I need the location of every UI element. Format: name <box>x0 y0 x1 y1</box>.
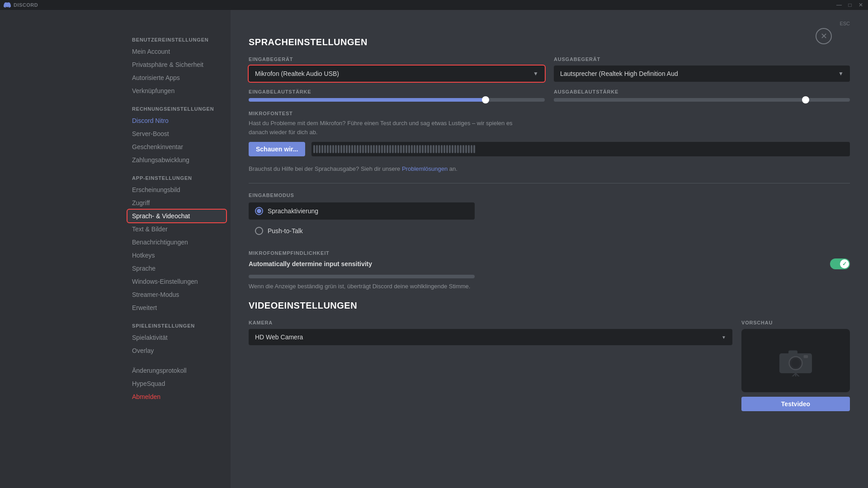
eingabegeraet-col: EINGABEGERÄT Mikrofon (Realtek Audio USB… <box>249 56 545 82</box>
divider <box>249 183 850 183</box>
mic-bar <box>416 145 418 153</box>
mic-bar <box>430 145 432 153</box>
sidebar-item-overlay[interactable]: Overlay <box>127 344 226 357</box>
sidebar-item-mein-account[interactable]: Mein Account <box>127 45 226 58</box>
mic-bar <box>392 145 394 153</box>
mic-bar <box>425 145 426 153</box>
sidebar-item-geschenkinventar[interactable]: Geschenkinventar <box>127 141 226 153</box>
eingabegeraet-label: EINGABEGERÄT <box>249 56 545 62</box>
svg-rect-3 <box>788 351 797 355</box>
mic-bar <box>454 145 456 153</box>
mic-bar <box>433 145 434 153</box>
app-title: DISCORD <box>14 2 38 8</box>
eingabegeraet-value: Mikrofon (Realtek Audio USB) <box>255 70 339 77</box>
sidebar-item-privatsphaere[interactable]: Privatsphäre & Sicherheit <box>127 58 226 71</box>
sidebar-item-discord-nitro[interactable]: Discord Nitro <box>127 114 226 127</box>
mic-bar <box>457 145 459 153</box>
minimize-button[interactable]: — <box>835 1 843 9</box>
mic-bar <box>370 145 372 153</box>
sidebar-item-hypesquad[interactable]: HypeSquad <box>127 377 226 390</box>
sidebar-item-zahlungsabwicklung[interactable]: Zahlungsabwicklung <box>127 154 226 166</box>
sidebar: BENUTZEREINSTELLUNGEN Mein Account Priva… <box>0 10 231 488</box>
mic-bar <box>462 145 464 153</box>
sidebar-inner: BENUTZEREINSTELLUNGEN Mein Account Priva… <box>127 37 226 404</box>
ausgabegeraet-select[interactable]: Lautsprecher (Realtek High Definition Au… <box>554 66 850 82</box>
maximize-button[interactable]: □ <box>846 1 854 9</box>
volume-row: EINGABELAUTSTÄRKE AUSGABELAUTSTÄRKE <box>249 89 850 102</box>
videoeinstellungen-title: VIDEOEINSTELLUNGEN <box>249 300 850 311</box>
close-button[interactable]: ✕ <box>816 28 832 44</box>
sidebar-item-zugriff[interactable]: Zugriff <box>127 197 226 209</box>
eingabegeraet-chevron-icon: ▼ <box>533 70 538 77</box>
mikrofonempfindlichkeit-section: MIKROFONEMPFINDLICHKEIT Automatically de… <box>249 250 850 290</box>
mikrofontest-row: Schauen wir... <box>249 142 850 156</box>
mic-bar <box>327 145 329 153</box>
mic-bar <box>313 145 315 153</box>
mikrofontest-description: Hast du Probleme mit dem Mikrofon? Führe… <box>249 119 520 136</box>
sensitivity-note: Wenn die Anzeige beständig grün ist, übe… <box>249 283 850 290</box>
mic-bar <box>362 145 364 153</box>
sidebar-item-sprach-videochat[interactable]: Sprach- & Videochat <box>127 210 226 222</box>
sidebar-item-aenderungsprotokoll[interactable]: Änderungsprotokoll <box>127 364 226 377</box>
mic-bar <box>408 145 410 153</box>
sidebar-item-windows-einstellungen[interactable]: Windows-Einstellungen <box>127 275 226 288</box>
mic-bar <box>419 145 421 153</box>
device-row: EINGABEGERÄT Mikrofon (Realtek Audio USB… <box>249 56 850 82</box>
sidebar-item-server-boost[interactable]: Server-Boost <box>127 127 226 140</box>
mic-bar <box>332 145 334 153</box>
sidebar-item-benachrichtigungen[interactable]: Benachrichtigungen <box>127 236 226 249</box>
svg-line-5 <box>788 373 796 376</box>
sidebar-item-text-bilder[interactable]: Text & Bilder <box>127 223 226 235</box>
mic-bar <box>338 145 340 153</box>
vorschau-col: VORSCHAU <box>741 320 850 411</box>
sidebar-item-sprache[interactable]: Sprache <box>127 262 226 275</box>
sidebar-item-spielaktivitaet[interactable]: Spielaktivität <box>127 331 226 344</box>
svg-point-2 <box>791 359 800 367</box>
sidebar-item-abmelden[interactable]: Abmelden <box>127 390 226 403</box>
video-row: KAMERA HD Web Camera VORSCHAU <box>249 320 850 411</box>
mic-bar <box>384 145 386 153</box>
ausgabelautstaerke-track[interactable] <box>554 98 850 102</box>
sidebar-item-streamer-modus[interactable]: Streamer-Modus <box>127 288 226 301</box>
sensitivity-toggle[interactable]: ✓ <box>830 258 850 269</box>
ausgabelautstaerke-fill <box>554 98 806 102</box>
radio-push-to-talk[interactable]: Push-to-Talk <box>249 222 475 239</box>
help-link[interactable]: Problemlösungen <box>402 165 448 172</box>
section-rechnungseinstellungen: RECHNUNGSEINSTELLUNGEN <box>127 106 226 112</box>
mikrofontest-button[interactable]: Schauen wir... <box>249 142 305 156</box>
discord-logo-icon <box>4 1 11 9</box>
mic-bar <box>411 145 413 153</box>
mic-bar <box>403 145 405 153</box>
mic-bar <box>449 145 451 153</box>
ausgabelautstaerke-thumb[interactable] <box>802 96 809 103</box>
sensitivity-bar[interactable] <box>249 275 475 278</box>
videoeinstellungen-section: VIDEOEINSTELLUNGEN KAMERA HD Web Camera … <box>249 300 850 411</box>
eingabegeraet-select[interactable]: Mikrofon (Realtek Audio USB) ▼ <box>249 66 545 82</box>
sensitivity-desc: Automatically determine input sensitivit… <box>249 260 372 267</box>
kamera-select-wrapper: HD Web Camera <box>249 329 732 345</box>
sidebar-item-hotkeys[interactable]: Hotkeys <box>127 249 226 262</box>
section-app-einstellungen: APP-EINSTELLUNGEN <box>127 175 226 181</box>
eingabelautstaerke-track[interactable] <box>249 98 545 102</box>
sensitivity-toggle-thumb: ✓ <box>840 259 849 268</box>
eingabelautstaerke-label: EINGABELAUTSTÄRKE <box>249 89 545 94</box>
sidebar-item-autorisierte-apps[interactable]: Autorisierte Apps <box>127 71 226 84</box>
titlebar: DISCORD — □ ✕ <box>0 0 868 10</box>
mic-bar <box>319 145 321 153</box>
radio-sprachaktivierung[interactable]: Sprachaktivierung <box>249 202 475 220</box>
testvideo-button[interactable]: Testvideo <box>741 397 850 411</box>
mic-bar <box>473 145 475 153</box>
sidebar-item-erweitert[interactable]: Erweitert <box>127 301 226 314</box>
mic-bar <box>387 145 388 153</box>
mic-bar <box>354 145 356 153</box>
eingabelautstaerke-thumb[interactable] <box>482 96 489 103</box>
mikrofontest-section: MIKROFONTEST Hast du Probleme mit dem Mi… <box>249 111 850 156</box>
kamera-select[interactable]: HD Web Camera <box>249 329 732 345</box>
close-window-button[interactable]: ✕ <box>857 1 864 9</box>
radio-sprachaktivierung-inner <box>257 209 261 213</box>
sidebar-item-erscheinungsbild[interactable]: Erscheinungsbild <box>127 183 226 196</box>
mic-bar <box>406 145 407 153</box>
mic-meter <box>311 142 850 156</box>
radio-sprachaktivierung-circle <box>255 207 263 215</box>
sidebar-item-verknuepfungen[interactable]: Verknüpfungen <box>127 84 226 97</box>
